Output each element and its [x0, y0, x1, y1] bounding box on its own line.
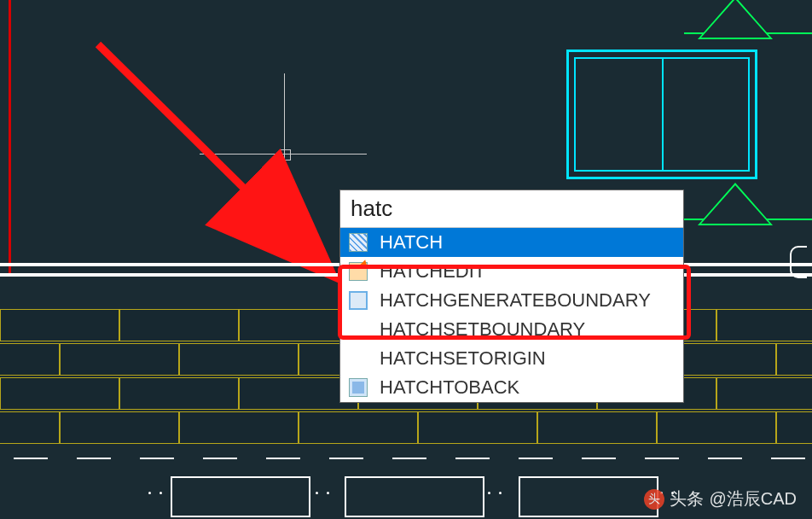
watermark: 头 头条 @浩辰CAD — [644, 487, 797, 510]
suggestion-label: HATCH — [380, 231, 443, 254]
drawing-rect — [171, 476, 310, 517]
red-line — [9, 0, 11, 273]
hatchtoback-icon — [349, 378, 368, 397]
triangle-marker — [698, 183, 773, 220]
dot-pair — [316, 492, 329, 494]
drawing-rect — [345, 476, 484, 517]
hatchedit-icon — [349, 262, 368, 281]
dot-pair — [148, 492, 162, 494]
suggestion-label: HATCHSETORIGIN — [380, 347, 546, 370]
suggestion-item-hatch[interactable]: HATCH — [340, 228, 683, 257]
watermark-logo-icon: 头 — [644, 489, 664, 510]
watermark-handle: @浩辰CAD — [709, 487, 797, 510]
pickbox — [280, 149, 291, 160]
triangle-marker — [698, 0, 773, 34]
suggestion-item-hatchgenerateboundary[interactable]: HATCHGENERATEBOUNDARY — [340, 286, 683, 315]
hatch-icon — [349, 233, 368, 252]
command-input[interactable]: hatc — [340, 190, 683, 228]
window-element — [566, 50, 757, 179]
suggestion-item-hatchsetboundary[interactable]: HATCHSETBOUNDARY — [340, 315, 683, 344]
svg-line-1 — [98, 44, 330, 273]
suggestion-label: HATCHEDIT — [380, 260, 485, 283]
dashed-line — [0, 458, 812, 459]
cad-viewport[interactable]: hatc HATCH HATCHEDIT HATCHGENERATEBOUNDA… — [0, 0, 812, 519]
command-autocomplete: hatc HATCH HATCHEDIT HATCHGENERATEBOUNDA… — [339, 190, 684, 403]
drawing-rect — [519, 476, 658, 517]
suggestion-label: HATCHGENERATEBOUNDARY — [380, 289, 651, 312]
hatchgenboundary-icon — [349, 291, 368, 310]
watermark-prefix: 头条 — [670, 487, 704, 510]
dot-pair — [488, 492, 502, 494]
view-handle[interactable] — [790, 246, 807, 278]
blank-icon — [349, 320, 368, 339]
suggestion-label: HATCHTOBACK — [380, 376, 519, 399]
rect-row — [171, 476, 658, 517]
suggestion-list: HATCH HATCHEDIT HATCHGENERATEBOUNDARY HA… — [340, 228, 683, 402]
blank-icon — [349, 349, 368, 368]
suggestion-item-hatchtoback[interactable]: HATCHTOBACK — [340, 373, 683, 402]
suggestion-item-hatchsetorigin[interactable]: HATCHSETORIGIN — [340, 344, 683, 373]
suggestion-item-hatchedit[interactable]: HATCHEDIT — [340, 257, 683, 286]
annotation-arrow — [90, 36, 345, 292]
suggestion-label: HATCHSETBOUNDARY — [380, 318, 585, 341]
